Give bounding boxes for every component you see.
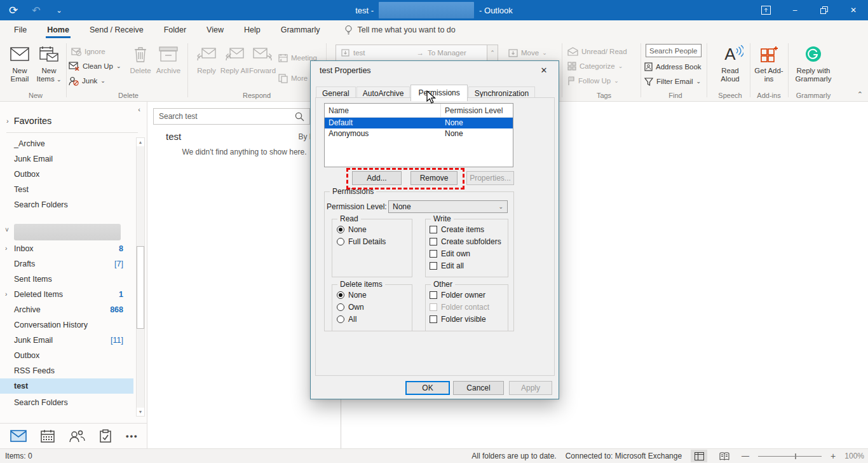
collapse-folder-pane-icon[interactable]: ‹ (138, 106, 140, 113)
folder-archive[interactable]: Archive868 (0, 302, 133, 317)
address-book-button[interactable]: Address Book (644, 60, 702, 74)
zoom-slider[interactable] (758, 456, 822, 457)
search-icon[interactable] (295, 112, 304, 121)
apply-button[interactable]: Apply (509, 381, 552, 395)
read-none-radio[interactable]: None (337, 225, 367, 234)
folder-inbox[interactable]: ›Inbox8 (0, 241, 133, 256)
normal-view-icon[interactable] (691, 450, 707, 462)
quick-step-to-manager[interactable]: → To Manager (412, 49, 487, 57)
scroll-up-icon[interactable]: ▲ (137, 138, 144, 146)
checkbox-icon[interactable] (430, 238, 437, 245)
checkbox-icon[interactable] (430, 250, 437, 258)
restore-button[interactable] (810, 0, 839, 20)
delete-own-radio[interactable]: Own (337, 303, 364, 312)
create-subfolders-checkbox[interactable]: Create subfolders (430, 237, 501, 246)
zoom-in-icon[interactable]: + (831, 451, 836, 461)
radio-on-icon[interactable] (337, 291, 344, 299)
dialog-close-icon[interactable]: ✕ (531, 61, 557, 79)
favorites-expand-icon[interactable]: › (6, 118, 9, 124)
reading-view-icon[interactable] (716, 450, 733, 462)
favorites-header[interactable]: › Favorites (6, 116, 51, 126)
archive-button[interactable]: Archive (154, 43, 183, 92)
favorite-archive[interactable]: _Archive (0, 136, 133, 151)
tab-folder[interactable]: Folder (154, 20, 196, 39)
tab-send-receive[interactable]: Send / Receive (79, 20, 154, 39)
search-people-input[interactable] (646, 44, 702, 57)
search-input[interactable] (154, 112, 295, 121)
tab-help[interactable]: Help (234, 20, 271, 39)
reply-with-grammarly-button[interactable]: Reply with Grammarly (790, 43, 836, 92)
new-email-button[interactable]: New Email (5, 43, 34, 92)
grid-row-default[interactable]: Default None (325, 118, 513, 128)
favorite-search-folders[interactable]: Search Folders (0, 197, 133, 212)
favorite-junk-email[interactable]: Junk Email (0, 151, 133, 167)
close-button[interactable]: ✕ (839, 0, 868, 20)
calendar-module-icon[interactable] (41, 429, 55, 443)
get-addins-button[interactable]: Get Add-ins (752, 43, 785, 92)
move-button[interactable]: Move ⌄ (508, 46, 547, 60)
remove-button[interactable]: Remove (410, 171, 458, 185)
scroll-down-icon[interactable]: ▼ (137, 408, 144, 416)
radio-off-icon[interactable] (337, 303, 344, 311)
delete-none-radio[interactable]: None (337, 291, 367, 300)
radio-off-icon[interactable] (337, 238, 344, 245)
delete-button[interactable]: Delete (126, 43, 155, 92)
read-full-details-radio[interactable]: Full Details (337, 237, 386, 246)
mail-module-icon[interactable] (10, 430, 27, 442)
favorite-test[interactable]: Test (0, 182, 133, 197)
permission-level-dropdown[interactable]: None ⌄ (388, 200, 508, 213)
favorite-outbox[interactable]: Outbox (0, 167, 133, 182)
folder-test[interactable]: test (0, 378, 133, 394)
follow-up-button[interactable]: Follow Up ⌄ (567, 74, 619, 88)
more-modules-icon[interactable]: ••• (126, 431, 139, 441)
permissions-grid[interactable]: Name Permission Level Default None Anony… (324, 103, 513, 167)
tab-permissions[interactable]: Permissions (410, 85, 467, 101)
tab-file[interactable]: File (0, 20, 37, 39)
folder-pane-scrollbar[interactable]: ▲ ▼ (136, 137, 145, 417)
edit-all-checkbox[interactable]: Edit all (430, 261, 464, 270)
reply-button[interactable]: Reply (192, 43, 221, 92)
account-expand-icon[interactable]: ˅ (5, 226, 9, 233)
cancel-button[interactable]: Cancel (453, 381, 504, 395)
checkbox-icon[interactable] (430, 291, 437, 299)
ignore-button[interactable]: Ignore (71, 45, 105, 59)
folder-owner-checkbox[interactable]: Folder owner (430, 291, 485, 300)
reply-all-button[interactable]: Reply All (220, 43, 249, 92)
folder-sent-items[interactable]: Sent Items (0, 272, 133, 287)
scrollbar-thumb[interactable] (137, 246, 144, 329)
zoom-slider-thumb[interactable] (795, 453, 796, 459)
quick-steps-scroll-up[interactable]: ⌃ (487, 45, 498, 60)
folder-visible-checkbox[interactable]: Folder visible (430, 315, 486, 324)
folder-conversation-history[interactable]: Conversation History (0, 317, 133, 333)
folder-search-folders[interactable]: Search Folders (0, 395, 133, 410)
folder-deleted-items[interactable]: ›Deleted Items1 (0, 287, 133, 302)
checkbox-icon[interactable] (430, 262, 437, 270)
forward-button[interactable]: Forward (248, 43, 277, 92)
checkbox-icon[interactable] (430, 315, 437, 323)
junk-button[interactable]: Junk ⌄ (69, 74, 105, 88)
collapse-ribbon-icon[interactable]: ⌃ (857, 90, 863, 99)
checkbox-icon[interactable] (430, 226, 437, 233)
read-aloud-button[interactable]: A Read Aloud (713, 43, 747, 92)
unread-read-button[interactable]: Unread/ Read (567, 45, 627, 59)
new-items-button[interactable]: New Items ⌄ (34, 43, 64, 92)
grid-row-anonymous[interactable]: Anonymous None (325, 128, 513, 139)
tasks-module-icon[interactable] (99, 429, 112, 443)
tab-view[interactable]: View (196, 20, 234, 39)
people-module-icon[interactable] (69, 430, 85, 443)
add-button[interactable]: Add... (352, 171, 402, 185)
radio-off-icon[interactable] (337, 315, 344, 323)
filter-email-button[interactable]: Filter Email ⌄ (644, 74, 701, 88)
categorize-button[interactable]: Categorize ⌄ (567, 59, 623, 73)
tab-home[interactable]: Home (37, 20, 79, 39)
delete-all-radio[interactable]: All (337, 315, 356, 324)
redacted-account-row[interactable] (14, 224, 121, 240)
radio-on-icon[interactable] (337, 226, 344, 233)
create-items-checkbox[interactable]: Create items (430, 225, 484, 234)
zoom-level[interactable]: 100% (844, 452, 864, 460)
clean-up-button[interactable]: Clean Up ⌄ (69, 59, 121, 73)
ok-button[interactable]: OK (405, 381, 450, 395)
properties-button[interactable]: Properties... (466, 171, 514, 185)
folder-outbox[interactable]: Outbox (0, 348, 133, 363)
quick-step-test[interactable]: test (336, 49, 412, 57)
